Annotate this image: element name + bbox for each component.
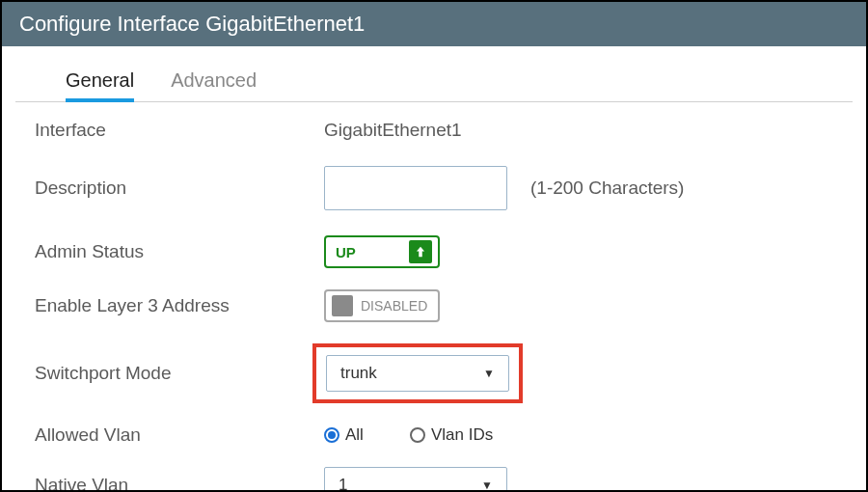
- row-layer3: Enable Layer 3 Address DISABLED: [35, 289, 853, 322]
- radio-all-label: All: [345, 425, 364, 445]
- tab-general[interactable]: General: [66, 64, 134, 101]
- label-native-vlan: Native Vlan: [35, 475, 324, 492]
- row-allowed-vlan: Allowed Vlan All Vlan IDs: [35, 424, 853, 446]
- label-description: Description: [35, 178, 324, 199]
- native-vlan-select[interactable]: 1 ▼: [324, 467, 507, 492]
- native-vlan-value: 1: [339, 476, 347, 492]
- switchport-mode-value: trunk: [340, 364, 377, 383]
- row-interface: Interface GigabitEthernet1: [35, 120, 853, 141]
- radio-vlan-ids[interactable]: Vlan IDs: [410, 425, 493, 445]
- chevron-down-icon: ▼: [481, 478, 493, 492]
- description-hint: (1-200 Characters): [530, 178, 684, 199]
- radio-all[interactable]: All: [324, 425, 364, 445]
- form-area: Interface GigabitEthernet1 Description (…: [2, 102, 866, 492]
- page-header: Configure Interface GigabitEthernet1: [2, 2, 866, 46]
- admin-status-toggle[interactable]: UP: [324, 235, 440, 268]
- up-arrow-icon: [409, 240, 432, 263]
- tabs: General Advanced: [15, 46, 853, 102]
- label-layer3: Enable Layer 3 Address: [35, 295, 324, 316]
- layer3-toggle[interactable]: DISABLED: [324, 289, 440, 322]
- label-admin-status: Admin Status: [35, 241, 324, 262]
- label-interface: Interface: [35, 120, 324, 141]
- radio-icon-unchecked: [410, 427, 425, 443]
- chevron-down-icon: ▼: [483, 367, 495, 380]
- page-title: Configure Interface GigabitEthernet1: [19, 12, 365, 36]
- value-interface: GigabitEthernet1: [324, 120, 462, 141]
- label-switchport-mode: Switchport Mode: [35, 363, 324, 384]
- label-allowed-vlan: Allowed Vlan: [35, 424, 324, 446]
- disabled-square-icon: [332, 295, 353, 316]
- description-input[interactable]: [324, 166, 507, 210]
- row-switchport-mode: Switchport Mode trunk ▼: [35, 343, 853, 403]
- row-description: Description (1-200 Characters): [35, 166, 853, 210]
- radio-vlanids-label: Vlan IDs: [431, 425, 493, 445]
- highlight-box: trunk ▼: [312, 343, 523, 403]
- admin-status-value: UP: [336, 244, 356, 260]
- switchport-mode-select[interactable]: trunk ▼: [326, 355, 509, 392]
- row-native-vlan: Native Vlan 1 ▼: [35, 467, 853, 492]
- row-admin-status: Admin Status UP: [35, 235, 853, 268]
- allowed-vlan-group: All Vlan IDs: [324, 425, 493, 445]
- layer3-value: DISABLED: [361, 298, 427, 314]
- tab-advanced[interactable]: Advanced: [171, 64, 257, 101]
- radio-icon-checked: [324, 427, 339, 443]
